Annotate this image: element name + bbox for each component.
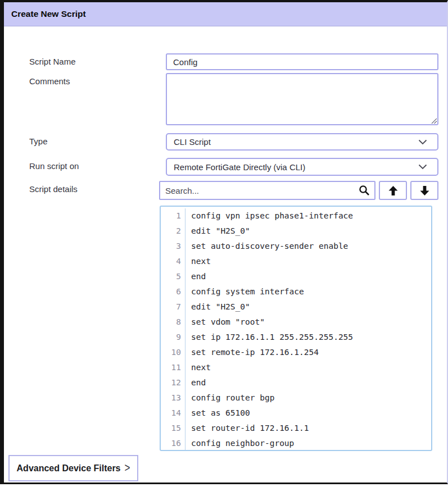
line-text: next	[185, 254, 211, 269]
code-line: 11next	[161, 360, 431, 375]
code-line: 2edit "H2S_0"	[161, 224, 431, 239]
line-number: 15	[161, 421, 185, 436]
run-script-on-select-value: Remote FortiGate Directly (via CLI)	[174, 162, 418, 172]
comments-textarea[interactable]	[166, 73, 438, 125]
line-number: 1	[161, 208, 185, 224]
code-line: 6config system interface	[161, 284, 431, 299]
comments-label: Comments	[29, 73, 166, 87]
code-line: 10set remote-ip 172.16.1.254	[161, 345, 431, 360]
arrow-up-icon	[388, 186, 398, 195]
code-line: 16config neighbor-group	[161, 436, 431, 451]
type-select-value: CLI Script	[174, 137, 418, 147]
line-number: 4	[161, 254, 185, 269]
code-line: 9set ip 172.16.1.1 255.255.255.255	[161, 330, 431, 345]
type-label: Type	[29, 133, 166, 147]
code-line: 14set as 65100	[161, 406, 431, 421]
dialog-body: Script Name Comments Type	[4, 26, 447, 451]
line-number: 9	[161, 330, 185, 345]
chevron-down-icon	[418, 164, 427, 170]
create-new-script-dialog: Create New Script Script Name Comments	[0, 0, 448, 484]
advanced-device-filters-label: Advanced Device Filters	[17, 463, 121, 474]
arrow-down-icon	[420, 186, 429, 195]
line-text: set as 65100	[185, 406, 250, 421]
line-number: 13	[161, 390, 185, 406]
line-number: 2	[161, 224, 185, 239]
line-text: set router-id 172.16.1.1	[185, 421, 309, 436]
advanced-device-filters-button[interactable]: Advanced Device Filters >	[8, 455, 138, 481]
line-text: config router bgp	[185, 390, 274, 406]
line-text: set remote-ip 172.16.1.254	[185, 345, 319, 360]
line-number: 6	[161, 284, 185, 299]
line-text: edit "H2S_0"	[185, 299, 250, 315]
chevron-down-icon	[418, 139, 427, 145]
code-line: 15set router-id 172.16.1.1	[161, 421, 431, 436]
line-number: 12	[161, 375, 185, 390]
type-row: Type CLI Script	[29, 133, 438, 151]
line-text: set vdom "root"	[185, 315, 265, 330]
line-text: config neighbor-group	[185, 436, 294, 451]
search-input[interactable]	[159, 181, 375, 200]
move-line-up-button[interactable]	[379, 181, 407, 200]
line-number: 16	[161, 436, 185, 451]
run-script-on-select[interactable]: Remote FortiGate Directly (via CLI)	[166, 158, 438, 176]
script-details-row: Script details	[29, 181, 438, 451]
dialog-title: Create New Script	[11, 9, 86, 19]
line-text: set ip 172.16.1.1 255.255.255.255	[185, 330, 353, 345]
script-details-label: Script details	[29, 181, 166, 194]
line-text: config vpn ipsec phase1-interface	[185, 208, 353, 224]
move-line-down-button[interactable]	[410, 181, 438, 200]
line-text: edit "H2S_0"	[185, 224, 250, 239]
script-search-toolbar	[159, 181, 438, 200]
run-script-on-row: Run script on Remote FortiGate Directly …	[29, 158, 438, 176]
line-number: 8	[161, 315, 185, 330]
line-number: 7	[161, 299, 185, 315]
line-text: config system interface	[185, 284, 304, 299]
code-line: 13config router bgp	[161, 390, 431, 406]
code-line: 12end	[161, 375, 431, 390]
type-select[interactable]: CLI Script	[166, 133, 438, 151]
line-number: 10	[161, 345, 185, 360]
code-line: 4next	[161, 254, 431, 269]
chevron-right-icon: >	[125, 461, 130, 475]
script-code-editor[interactable]: 1config vpn ipsec phase1-interface2edit …	[160, 206, 432, 451]
script-name-input[interactable]	[166, 53, 438, 70]
line-number: 5	[161, 269, 185, 284]
comments-row: Comments	[29, 73, 438, 125]
script-name-row: Script Name	[29, 53, 438, 70]
code-line: 7edit "H2S_0"	[161, 299, 431, 315]
code-line: 5end	[161, 269, 431, 284]
line-text: end	[185, 375, 206, 390]
line-text: end	[185, 269, 206, 284]
dialog-header: Create New Script	[4, 2, 447, 26]
script-name-label: Script Name	[29, 53, 166, 67]
line-number: 11	[161, 360, 185, 375]
code-line: 1config vpn ipsec phase1-interface	[161, 208, 431, 224]
line-number: 3	[161, 239, 185, 254]
line-text: set auto-discovery-sender enable	[185, 239, 348, 254]
line-number: 14	[161, 406, 185, 421]
code-line: 3set auto-discovery-sender enable	[161, 239, 431, 254]
code-line: 8set vdom "root"	[161, 315, 431, 330]
run-script-on-label: Run script on	[29, 158, 166, 171]
code-lines: 1config vpn ipsec phase1-interface2edit …	[161, 208, 431, 451]
line-text: next	[185, 360, 211, 375]
